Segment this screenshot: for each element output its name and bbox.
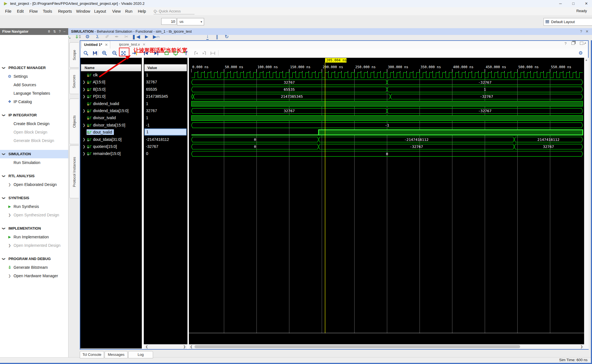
signal-row-value[interactable]: 32767 xyxy=(146,107,157,114)
flownav-item-generate-bitstream[interactable]: ⇩Generate Bitstream xyxy=(0,263,68,272)
menu-item-file[interactable]: File xyxy=(4,8,13,14)
expand-icon[interactable]: ❯ xyxy=(83,79,85,86)
menu-item-layout[interactable]: Layout xyxy=(93,8,107,14)
signal-row-value[interactable]: -1 xyxy=(146,122,149,129)
scroll-left-icon[interactable]: ❮ xyxy=(190,345,193,349)
flownav-section-simulation[interactable]: ❯SIMULATION xyxy=(0,150,68,158)
wave-hscrollbar[interactable]: ❮ ❯ xyxy=(189,344,584,349)
side-tab-objects[interactable]: Objects xyxy=(69,99,79,144)
layout-select[interactable]: Default Layout ▾ xyxy=(544,18,592,26)
flownav-section-ip-integrator[interactable]: ❯IP INTEGRATOR xyxy=(0,111,68,119)
next-transition-icon[interactable] xyxy=(153,50,160,56)
signal-row-value[interactable]: -32767 xyxy=(146,143,158,150)
close-button[interactable]: ✕ xyxy=(581,0,592,7)
menu-item-window[interactable]: Window xyxy=(75,8,91,14)
minimize-button[interactable]: ─ xyxy=(555,0,566,7)
signal-row-name[interactable]: ❯ dout_tdata[31:0] xyxy=(80,136,142,143)
wave-vscrollbar[interactable]: ▲ xyxy=(584,58,589,349)
expand-icon[interactable]: ❯ xyxy=(83,150,85,157)
help-icon[interactable]: ? xyxy=(565,41,567,46)
bottom-tab-tcl-console[interactable]: Tcl Console xyxy=(80,351,104,358)
expand-icon[interactable]: ❯ xyxy=(83,93,85,100)
signal-row-name[interactable]: ❯ remainder[15:0] xyxy=(80,150,142,157)
wave-settings-gear-icon[interactable]: ⚙ xyxy=(578,50,583,56)
name-column-header[interactable]: Name xyxy=(81,64,141,71)
signal-row-name[interactable]: dividend_tvalid xyxy=(80,100,142,107)
signal-row-value[interactable]: 32767 xyxy=(146,79,157,86)
expand-icon[interactable]: ❯ xyxy=(83,107,85,114)
menu-item-view[interactable]: View xyxy=(111,8,122,14)
zoom-fit-icon[interactable] xyxy=(120,50,127,56)
wave-tab-untitled-1-[interactable]: Untitled 1*✕ xyxy=(81,41,110,48)
selected-value-cell[interactable]: 1 xyxy=(144,128,187,136)
flownav-section-implementation[interactable]: ❯IMPLEMENTATION xyxy=(0,224,68,233)
flownav-item-language-templates[interactable]: Language Templates xyxy=(0,89,68,97)
expand-icon[interactable]: ❯ xyxy=(83,86,85,93)
signal-row-value[interactable]: 65535 xyxy=(146,86,157,93)
value-hscrollbar[interactable]: ❮ ❯ xyxy=(144,344,187,349)
add-selected-icon[interactable] xyxy=(164,50,170,56)
flownav-item-ip-catalog[interactable]: ❖IP Catalog xyxy=(0,97,68,106)
value-column-header[interactable]: Value xyxy=(144,64,187,71)
signal-row-name[interactable]: ❯ P[31:0] xyxy=(80,93,142,100)
flownav-item-run-synthesis[interactable]: ▶Run Synthesis xyxy=(0,202,68,211)
expand-icon[interactable]: ❯ xyxy=(83,143,85,150)
signal-row-name[interactable]: clk xyxy=(80,72,142,79)
signal-row-value[interactable]: 2147385345 xyxy=(146,93,168,100)
save-wave-config-icon[interactable] xyxy=(92,50,98,56)
help-icon[interactable]: ? xyxy=(580,28,582,35)
flownav-item-add-sources[interactable]: Add Sources xyxy=(0,81,68,89)
menu-item-flow[interactable]: Flow xyxy=(28,8,39,14)
signal-row-name[interactable]: ❯ A[15:0] xyxy=(80,79,142,86)
side-tab-protocol-instances[interactable]: Protocol Instances xyxy=(69,145,79,198)
run-time-input[interactable] xyxy=(161,18,176,25)
menu-item-tools[interactable]: Tools xyxy=(42,8,53,14)
signal-row-name[interactable]: ❯ quotient[15:0] xyxy=(80,143,142,150)
previous-transition-icon[interactable] xyxy=(143,50,149,56)
help-icon[interactable]: ? xyxy=(59,28,61,35)
side-tab-scope[interactable]: Scope xyxy=(69,42,79,68)
close-tab-icon[interactable]: ✕ xyxy=(105,43,108,47)
flownav-item-run-implementation[interactable]: ▶Run Implementation xyxy=(0,233,68,241)
expand-icon[interactable]: ❯ xyxy=(83,122,85,129)
signal-row-name[interactable]: dout_tvalid xyxy=(80,129,142,136)
zoom-to-cursor-icon[interactable] xyxy=(131,50,138,56)
close-icon[interactable]: ✕ xyxy=(586,28,589,35)
scroll-up-icon[interactable]: ▲ xyxy=(585,58,588,61)
signal-row-name[interactable]: ❯ dividend_tdata[15:0] xyxy=(80,107,142,114)
expand-icon[interactable]: ⇅ xyxy=(53,28,56,35)
menu-item-help[interactable]: Help xyxy=(137,8,147,14)
previous-marker-icon[interactable] xyxy=(193,50,199,56)
find-icon[interactable] xyxy=(83,50,89,56)
signal-row-value[interactable]: -2147418112 xyxy=(146,136,169,143)
maximize-icon[interactable]: ↗ xyxy=(580,41,586,46)
maximize-button[interactable]: □ xyxy=(568,0,579,7)
swap-cursors-icon[interactable] xyxy=(210,50,216,56)
close-tab-icon[interactable]: ✕ xyxy=(143,43,145,46)
minimize-icon[interactable]: – xyxy=(63,28,65,35)
signal-row-name[interactable]: ❯ B[15:0] xyxy=(80,86,142,93)
next-marker-icon[interactable] xyxy=(201,50,207,56)
remove-selected-icon[interactable] xyxy=(173,50,179,56)
bottom-tab-messages[interactable]: Messages xyxy=(105,351,128,358)
scroll-left-icon[interactable]: ❮ xyxy=(145,345,148,349)
scroll-right-icon[interactable]: ❯ xyxy=(580,345,583,349)
zoom-in-icon[interactable] xyxy=(101,50,108,56)
quick-access-search[interactable]: Q- Quick Access xyxy=(154,8,195,14)
signal-row-value[interactable]: 0 xyxy=(146,150,148,157)
menu-item-run[interactable]: Run xyxy=(124,8,134,14)
flownav-item-settings[interactable]: ⚙Settings xyxy=(0,72,68,81)
expand-icon[interactable]: ❯ xyxy=(83,136,85,143)
collapse-all-icon[interactable]: ⤊ xyxy=(48,28,50,35)
signal-row-value[interactable]: 1 xyxy=(146,114,148,121)
float-icon[interactable] xyxy=(571,41,575,46)
signal-row-name[interactable]: ❯ divisor_tdata[15:0] xyxy=(80,122,142,129)
flownav-section-synthesis[interactable]: ❯SYNTHESIS xyxy=(0,194,68,202)
scroll-thumb[interactable] xyxy=(195,345,520,348)
signal-row-name[interactable]: divisor_tvalid xyxy=(80,114,142,121)
side-tab-sources[interactable]: Sources xyxy=(69,69,79,94)
add-marker-icon[interactable] xyxy=(182,50,188,56)
flownav-section-project-manager[interactable]: ❯PROJECT MANAGER xyxy=(0,64,68,72)
flownav-item-open-elaborated-design[interactable]: ❯Open Elaborated Design xyxy=(0,180,68,189)
flownav-section-program-and-debug[interactable]: ❯PROGRAM AND DEBUG xyxy=(0,255,68,263)
